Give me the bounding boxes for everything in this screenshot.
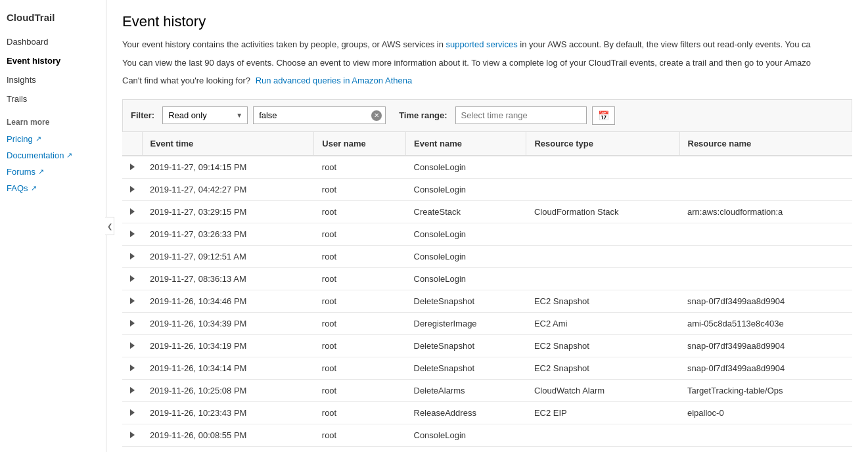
col-header-resource-name[interactable]: Resource name <box>679 132 852 156</box>
calendar-button[interactable]: 📅 <box>592 106 615 125</box>
expand-arrow-icon[interactable] <box>130 365 135 371</box>
sidebar-link-forums[interactable]: Forums ↗ <box>0 164 106 180</box>
user-name-cell: root <box>314 334 406 357</box>
table-row[interactable]: 2019-11-26, 10:34:19 PMrootDeleteSnapsho… <box>122 334 852 357</box>
resource-type-cell: EC2 EIP <box>526 401 679 424</box>
sidebar-collapse-button[interactable]: ❮ <box>105 217 114 235</box>
sidebar-link-pricing[interactable]: Pricing ↗ <box>0 131 106 147</box>
table-row[interactable]: 2019-11-26, 00:08:55 PMrootConsoleLogin <box>122 424 852 446</box>
expand-arrow-icon[interactable] <box>130 387 135 394</box>
resource-type-cell <box>526 156 679 179</box>
user-name-cell: root <box>314 312 406 334</box>
event-name-cell: DeregisterImage <box>406 312 526 334</box>
table-row[interactable]: 2019-11-27, 04:42:27 PMrootConsoleLogin <box>122 178 852 200</box>
event-name-cell: ConsoleLogin <box>406 267 526 290</box>
filter-select-wrapper: Read only Event name User name Resource … <box>162 106 248 124</box>
expand-cell[interactable] <box>122 312 142 334</box>
resource-name-cell: arn:aws:cloudformation:a <box>679 200 852 223</box>
user-name-cell: root <box>314 401 406 424</box>
expand-cell[interactable] <box>122 245 142 267</box>
col-header-expand <box>122 132 142 156</box>
expand-arrow-icon[interactable] <box>130 432 135 438</box>
event-time-cell: 2019-11-27, 03:26:33 PM <box>142 223 314 245</box>
event-name-cell: ConsoleLogin <box>406 178 526 200</box>
resource-type-cell <box>526 267 679 290</box>
expand-arrow-icon[interactable] <box>130 409 135 416</box>
supported-services-link[interactable]: supported services <box>446 39 518 49</box>
table-row[interactable]: 2019-11-26, 10:34:46 PMrootDeleteSnapsho… <box>122 290 852 312</box>
sidebar-item-dashboard[interactable]: Dashboard <box>0 32 106 51</box>
expand-cell[interactable] <box>122 267 142 290</box>
filter-select[interactable]: Read only Event name User name Resource … <box>162 106 248 124</box>
user-name-cell: root <box>314 178 406 200</box>
expand-arrow-icon[interactable] <box>130 186 135 192</box>
event-time-cell: 2019-11-26, 10:34:46 PM <box>142 290 314 312</box>
expand-arrow-icon[interactable] <box>130 342 135 349</box>
expand-arrow-icon[interactable] <box>130 275 135 282</box>
expand-arrow-icon[interactable] <box>130 320 135 327</box>
table-header-row: Event time User name Event name Resource… <box>122 132 852 156</box>
resource-name-cell <box>679 245 852 267</box>
event-time-cell: 2019-11-27, 09:12:51 AM <box>142 245 314 267</box>
col-header-resource-type[interactable]: Resource type <box>526 132 679 156</box>
sidebar-item-event-history[interactable]: Event history <box>0 51 106 70</box>
user-name-cell: root <box>314 379 406 401</box>
main-content: Event history Your event history contain… <box>106 0 868 452</box>
expand-cell[interactable] <box>122 424 142 446</box>
table-row[interactable]: 2019-11-27, 09:14:15 PMrootConsoleLogin <box>122 156 852 179</box>
col-header-user-name[interactable]: User name <box>314 132 406 156</box>
expand-cell[interactable] <box>122 401 142 424</box>
table-row[interactable]: 2019-11-26, 10:25:08 PMrootDeleteAlarmsC… <box>122 379 852 401</box>
table-row[interactable]: 2019-11-26, 10:34:14 PMrootDeleteSnapsho… <box>122 357 852 379</box>
expand-cell[interactable] <box>122 290 142 312</box>
expand-cell[interactable] <box>122 178 142 200</box>
user-name-cell: root <box>314 424 406 446</box>
expand-cell[interactable] <box>122 379 142 401</box>
table-row[interactable]: 2019-11-27, 09:12:51 AMrootConsoleLogin <box>122 245 852 267</box>
external-link-icon: ↗ <box>35 135 41 143</box>
sidebar-item-trails[interactable]: Trails <box>0 89 106 108</box>
resource-type-cell: CloudWatch Alarm <box>526 379 679 401</box>
user-name-cell: root <box>314 290 406 312</box>
user-name-cell: root <box>314 245 406 267</box>
time-range-input[interactable] <box>455 106 587 124</box>
resource-name-cell <box>679 223 852 245</box>
table-row[interactable]: 2019-11-27, 03:29:15 PMrootCreateStackCl… <box>122 200 852 223</box>
external-link-icon: ↗ <box>66 151 72 160</box>
athena-link[interactable]: Run advanced queries in Amazon Athena <box>256 76 413 85</box>
resource-type-cell <box>526 245 679 267</box>
filter-clear-button[interactable]: ✕ <box>371 110 382 121</box>
table-row[interactable]: 2019-11-26, 10:23:43 PMrootReleaseAddres… <box>122 401 852 424</box>
table-row[interactable]: 2019-11-27, 03:26:33 PMrootConsoleLogin <box>122 223 852 245</box>
user-name-cell: root <box>314 200 406 223</box>
sidebar-item-insights[interactable]: Insights <box>0 70 106 89</box>
table-row[interactable]: 2019-11-26, 10:34:39 PMrootDeregisterIma… <box>122 312 852 334</box>
expand-cell[interactable] <box>122 200 142 223</box>
resource-name-cell <box>679 267 852 290</box>
sidebar-link-documentation[interactable]: Documentation ↗ <box>0 147 106 164</box>
col-header-event-name[interactable]: Event name <box>406 132 526 156</box>
sidebar-link-faqs[interactable]: FAQs ↗ <box>0 180 106 196</box>
user-name-cell: root <box>314 357 406 379</box>
filter-value-input[interactable] <box>253 106 386 124</box>
col-header-event-time[interactable]: Event time <box>142 132 314 156</box>
event-name-cell: ConsoleLogin <box>406 156 526 179</box>
resource-type-cell: EC2 Snapshot <box>526 357 679 379</box>
expand-cell[interactable] <box>122 357 142 379</box>
event-name-cell: CreateStack <box>406 200 526 223</box>
expand-arrow-icon[interactable] <box>130 298 135 304</box>
expand-arrow-icon[interactable] <box>130 253 135 260</box>
expand-arrow-icon[interactable] <box>130 164 135 170</box>
expand-cell[interactable] <box>122 334 142 357</box>
expand-arrow-icon[interactable] <box>130 231 135 237</box>
expand-arrow-icon[interactable] <box>130 208 135 215</box>
events-table: Event time User name Event name Resource… <box>122 132 852 447</box>
expand-cell[interactable] <box>122 223 142 245</box>
event-time-cell: 2019-11-26, 10:25:08 PM <box>142 379 314 401</box>
event-name-cell: ConsoleLogin <box>406 245 526 267</box>
event-name-cell: ConsoleLogin <box>406 223 526 245</box>
event-time-cell: 2019-11-27, 03:29:15 PM <box>142 200 314 223</box>
expand-cell[interactable] <box>122 156 142 179</box>
table-row[interactable]: 2019-11-27, 08:36:13 AMrootConsoleLogin <box>122 267 852 290</box>
resource-name-cell: TargetTracking-table/Ops <box>679 379 852 401</box>
